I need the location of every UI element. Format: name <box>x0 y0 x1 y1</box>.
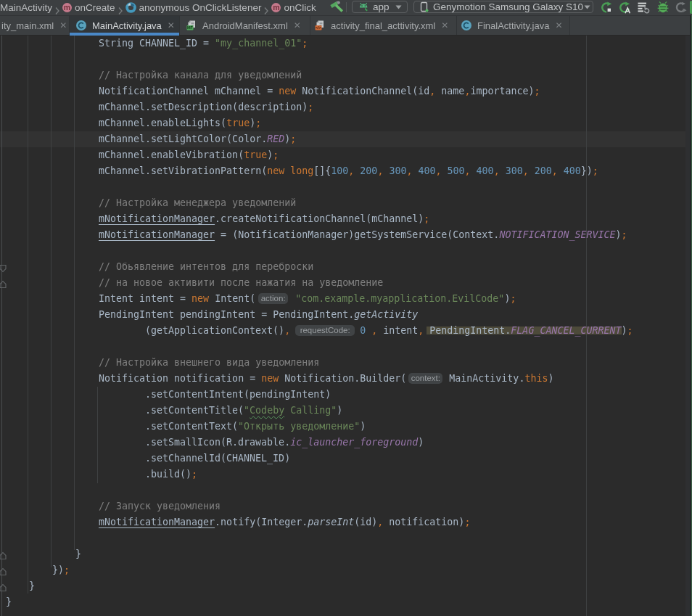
code-line-23: .setContentIntent(pendingIntent) <box>145 387 331 403</box>
parameter-hint-badge: requestCode: <box>295 325 355 336</box>
code-line-12: mNotificationManager.createNotificationC… <box>99 211 429 227</box>
code-line-4: NotificationChannel mChannel = new Notif… <box>99 83 540 99</box>
code-line-28: .build(); <box>145 467 197 482</box>
dropdown-arrow-icon <box>584 5 590 9</box>
code-line-35: } <box>29 578 35 594</box>
breadcrumb-separator-icon <box>55 4 59 12</box>
fold-marker-up-icon[interactable] <box>0 550 7 559</box>
profile-button-disabled[interactable] <box>674 1 688 14</box>
breadcrumb-label: onClick <box>284 2 316 13</box>
svg-text:MF: MF <box>187 25 194 30</box>
code-line-7: mChannel.setLightColor(Color.RED); <box>99 131 296 147</box>
code-line-26: .setSmallIcon(R.drawable.ic_launcher_for… <box>145 435 424 451</box>
tab-label: MainActivity.java <box>92 20 162 31</box>
run-tasks-icon[interactable] <box>636 1 651 14</box>
tab-activity-final-acttivity-xml[interactable]: </>activity_final_acttivity.xml✕ <box>310 16 457 35</box>
breadcrumb-item-anonymous-class[interactable]: anonymous OnClickListener <box>125 2 262 13</box>
code-line-27: .setChannelId(CHANNEL_ID) <box>145 451 290 467</box>
dropdown-arrow-icon <box>395 5 402 9</box>
indent-guide <box>97 387 98 483</box>
apply-code-changes-button[interactable] <box>617 1 632 14</box>
java-class-icon <box>461 20 472 31</box>
anonymous-class-icon <box>125 2 136 13</box>
code-line-36: } <box>6 594 12 610</box>
code-line-13: mNotificationManager = (NotificationMana… <box>99 227 627 243</box>
code-line-15: // Обьявление интентов для переброски <box>99 259 313 275</box>
code-line-19: (getApplicationContext(),requestCode:0 ,… <box>145 323 633 339</box>
method-icon: m <box>62 3 72 12</box>
method-icon: m <box>271 3 281 12</box>
code-line-5: mChannel.setDescription(description); <box>99 99 313 115</box>
build-hammer-icon[interactable] <box>328 1 344 14</box>
navigation-bar: MainActivity m onCreate anonymous OnClic… <box>0 0 692 16</box>
device-selector-label: Genymotion Samsung Galaxy S10 <box>433 1 583 12</box>
code-line-16: // на новое активити после нажатия на ув… <box>99 275 383 291</box>
module-selector[interactable]: app <box>352 1 408 13</box>
fold-marker-up-icon[interactable] <box>0 582 7 591</box>
tab-close-icon[interactable]: ✕ <box>294 21 301 30</box>
indent-guide <box>51 36 52 567</box>
breadcrumb-label: onCreate <box>75 2 115 13</box>
indent-guide <box>28 36 28 594</box>
tab-ity-main-xml[interactable]: ity_main.xml✕ <box>0 16 70 35</box>
tab-androidmanifest-xml[interactable]: MFAndroidManifest.xml✕ <box>180 16 310 35</box>
debug-button[interactable] <box>656 1 670 14</box>
phone-icon <box>419 1 429 12</box>
parameter-hint-badge: action: <box>258 293 288 304</box>
tab-close-icon[interactable]: ✕ <box>168 21 175 30</box>
usage-highlight: PendingIntent.FLAG_CANCEL_CURRENT <box>429 325 621 336</box>
toolbar-separator <box>346 2 347 12</box>
breadcrumb-separator-icon <box>264 4 268 12</box>
fold-marker-up-icon[interactable] <box>0 566 7 575</box>
code-line-30: // Запуск уведомления <box>99 498 221 514</box>
manifest-file-icon: MF <box>186 20 197 31</box>
code-line-25: .setContentText("Открыть уведомление") <box>145 419 366 435</box>
tab-label: activity_final_acttivity.xml <box>331 20 435 31</box>
code-line-9: mChannel.setVibrationPattern(new long[]{… <box>99 163 598 179</box>
code-line-24: .setContentTitle("Codeby Calling") <box>145 403 342 419</box>
breadcrumb-label: anonymous OnClickListener <box>139 2 262 13</box>
tab-close-icon[interactable]: ✕ <box>59 21 67 30</box>
tab-close-icon[interactable]: ✕ <box>441 21 448 30</box>
code-line-11: // Настройка менеджера уведомлений <box>99 195 296 211</box>
fold-marker-up-icon[interactable] <box>0 279 7 287</box>
breadcrumb-item-class[interactable]: MainActivity <box>0 2 52 13</box>
module-selector-label: app <box>373 1 390 12</box>
code-line-8: mChannel.enableVibration(true); <box>99 147 279 163</box>
tab-finalacttivity-java[interactable]: FinalActtivity.java✕ <box>457 16 570 35</box>
android-icon <box>358 2 369 12</box>
code-line-22: Notification notification = new Notifica… <box>99 371 553 387</box>
gutter-separator <box>1 36 2 616</box>
breadcrumb-label: MainActivity <box>0 2 52 13</box>
code-line-17: Intent intent = new Intent(action:"com.e… <box>99 291 516 307</box>
xml-file-icon: </> <box>314 20 326 31</box>
editor-tab-bar: ity_main.xml✕MainActivity.java✕MFAndroid… <box>0 16 692 36</box>
code-line-3: // Настройка канала для уведомлений <box>99 67 302 83</box>
code-line-6: mChannel.enableLights(true); <box>99 115 261 131</box>
code-line-31: mNotificationManager.notify(Integer.pars… <box>99 514 470 530</box>
code-line-21: // Настройка внешнего вида уведомления <box>99 355 319 371</box>
breadcrumb-separator-icon <box>118 4 123 12</box>
breadcrumb-item-oncreate[interactable]: m onCreate <box>62 2 115 13</box>
breadcrumb: MainActivity m onCreate anonymous OnClic… <box>0 0 316 15</box>
tab-label: ity_main.xml <box>1 20 54 31</box>
code-line-1: String CHANNEL_ID = "my_channel_01"; <box>99 36 308 52</box>
code-editor[interactable]: String CHANNEL_ID = "my_channel_01";// Н… <box>0 36 692 616</box>
tab-mainactivity-java[interactable]: MainActivity.java✕ <box>70 16 180 35</box>
code-line-33: } <box>75 546 81 562</box>
device-selector[interactable]: Genymotion Samsung Galaxy S10 <box>413 1 593 13</box>
svg-text:</>: </> <box>316 25 321 30</box>
java-class-icon <box>75 20 87 31</box>
code-line-34: }); <box>52 562 70 578</box>
indent-guide <box>74 36 75 550</box>
tab-label: FinalActtivity.java <box>477 20 549 31</box>
tab-label: AndroidManifest.xml <box>202 20 288 31</box>
apply-changes-restart-button[interactable] <box>599 1 614 14</box>
fold-marker-down-icon[interactable] <box>0 263 7 271</box>
parameter-hint-badge: context: <box>408 373 442 384</box>
code-line-18: PendingIntent pendingIntent = PendingInt… <box>99 307 418 323</box>
breadcrumb-item-onclick[interactable]: m onClick <box>271 2 316 13</box>
tab-close-icon[interactable]: ✕ <box>555 21 562 30</box>
